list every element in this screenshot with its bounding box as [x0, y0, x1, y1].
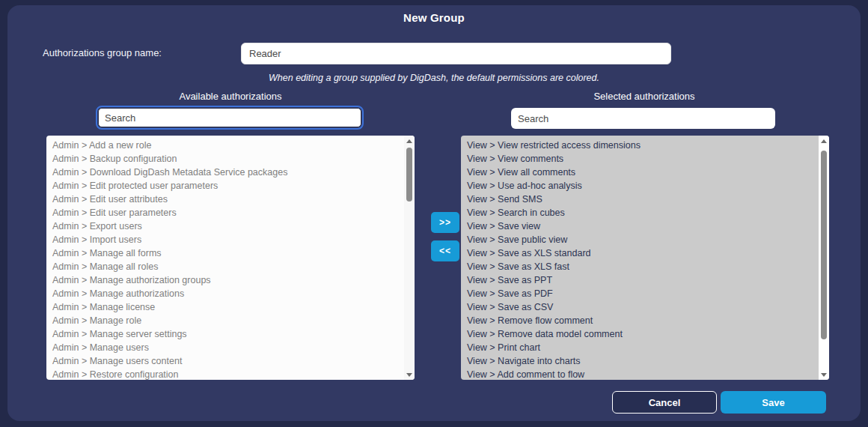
available-authorizations-header: Available authorizations	[46, 91, 415, 102]
available-search-focus-ring	[96, 106, 364, 130]
list-item[interactable]: View > View restricted access dimensions	[467, 139, 819, 152]
list-item[interactable]: View > Search in cubes	[467, 206, 819, 219]
list-item[interactable]: Admin > Manage authorizations	[52, 287, 404, 300]
available-search-input[interactable]	[98, 108, 361, 127]
selected-authorizations-header: Selected authorizations	[461, 91, 828, 102]
list-item[interactable]: Admin > Edit user parameters	[52, 206, 404, 219]
list-item[interactable]: View > Print chart	[467, 341, 819, 354]
available-scroll-track[interactable]	[404, 146, 415, 369]
list-item[interactable]: Admin > Edit protected user parameters	[52, 179, 404, 193]
list-item[interactable]: Admin > Manage all roles	[52, 260, 404, 273]
list-item[interactable]: Admin > Manage users content	[52, 354, 404, 368]
list-item[interactable]: Admin > Add a new role	[52, 139, 404, 152]
scroll-down-icon[interactable]	[819, 369, 829, 380]
list-item[interactable]: View > View all comments	[467, 166, 819, 179]
group-name-label: Authorizations group name:	[43, 47, 162, 58]
scroll-up-icon[interactable]	[819, 136, 829, 146]
list-item[interactable]: View > Use ad-hoc analysis	[467, 179, 819, 193]
dialog-title: New Group	[7, 11, 861, 24]
cancel-button[interactable]: Cancel	[612, 391, 717, 414]
available-scroll-thumb[interactable]	[406, 148, 412, 202]
list-item[interactable]: Admin > Import users	[52, 233, 404, 246]
list-item[interactable]: View > Save as CSV	[467, 300, 819, 314]
scroll-up-icon[interactable]	[404, 136, 415, 146]
scroll-down-icon[interactable]	[404, 369, 415, 380]
list-item[interactable]: Admin > Manage users	[52, 341, 404, 354]
list-item[interactable]: View > Save as PDF	[467, 287, 819, 300]
list-item[interactable]: View > Save as XLS standard	[467, 246, 819, 260]
available-authorizations-list[interactable]: Admin > Add a new roleAdmin > Backup con…	[46, 136, 415, 380]
list-item[interactable]: View > Save as PPT	[467, 273, 819, 287]
list-item[interactable]: View > Remove data model comment	[467, 327, 819, 341]
save-button[interactable]: Save	[721, 391, 826, 414]
add-authorization-button[interactable]: >>	[431, 212, 459, 233]
list-item[interactable]: View > Send SMS	[467, 193, 819, 206]
selected-scrollbar[interactable]	[819, 136, 829, 380]
new-group-dialog: New Group Authorizations group name: Whe…	[7, 5, 861, 421]
list-item[interactable]: View > Save view	[467, 219, 819, 233]
selected-authorizations-list[interactable]: View > View restricted access dimensions…	[461, 136, 829, 380]
list-item[interactable]: View > Navigate into charts	[467, 354, 819, 368]
selected-scroll-thumb[interactable]	[821, 151, 827, 339]
list-item[interactable]: Admin > Manage all forms	[52, 246, 404, 260]
list-item[interactable]: View > View comments	[467, 152, 819, 166]
list-item[interactable]: Admin > Manage license	[52, 300, 404, 314]
list-item[interactable]: Admin > Download DigDash Metadata Servic…	[52, 166, 404, 179]
available-scrollbar[interactable]	[404, 136, 415, 380]
list-item[interactable]: Admin > Restore configuration	[52, 368, 404, 380]
list-item[interactable]: View > Add comment to flow	[467, 368, 819, 380]
permissions-note: When editing a group supplied by DigDash…	[7, 73, 861, 83]
list-item[interactable]: Admin > Manage role	[52, 314, 404, 327]
list-item[interactable]: View > Save as XLS fast	[467, 260, 819, 273]
list-item[interactable]: Admin > Manage server settings	[52, 327, 404, 341]
list-item[interactable]: Admin > Edit user attributes	[52, 193, 404, 206]
selected-search-input[interactable]	[511, 108, 775, 129]
remove-authorization-button[interactable]: <<	[431, 240, 459, 261]
selected-items: View > View restricted access dimensions…	[461, 139, 819, 380]
list-item[interactable]: View > Remove flow comment	[467, 314, 819, 327]
available-items: Admin > Add a new roleAdmin > Backup con…	[46, 139, 404, 380]
list-item[interactable]: View > Save public view	[467, 233, 819, 246]
group-name-input[interactable]	[241, 43, 671, 64]
list-item[interactable]: Admin > Manage authorization groups	[52, 273, 404, 287]
list-item[interactable]: Admin > Backup configuration	[52, 152, 404, 166]
selected-scroll-track[interactable]	[819, 146, 829, 369]
list-item[interactable]: Admin > Export users	[52, 219, 404, 233]
